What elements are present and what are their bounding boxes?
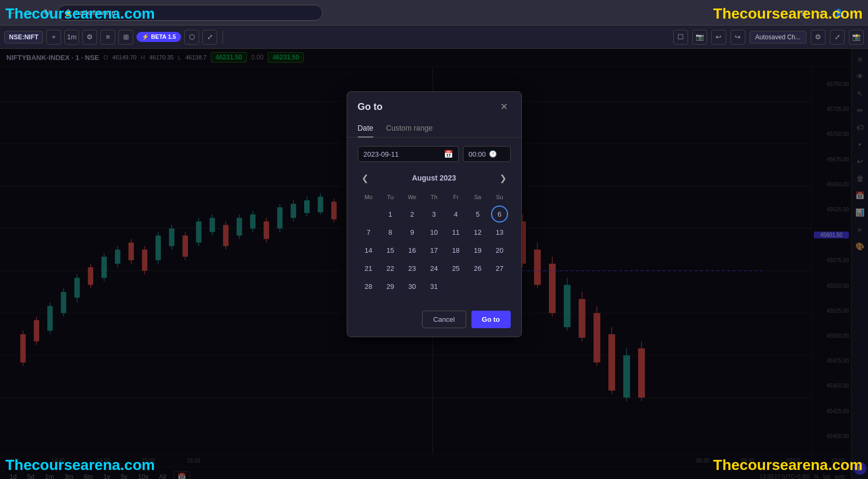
toolbar-right: ☐ 📷 ↩ ↪ Autosaved Ch... ⚙ ⤢ 📸 [673, 30, 864, 45]
cal-day-16[interactable]: 16 [403, 242, 420, 259]
cal-day-11[interactable]: 11 [448, 224, 465, 241]
camera-button[interactable]: 📸 [849, 30, 864, 45]
calendar-week-4: 21 22 23 24 25 26 27 [358, 260, 511, 277]
cal-day-1[interactable]: 1 [382, 206, 399, 223]
cal-day-2[interactable]: 2 [403, 206, 420, 223]
cal-day-6[interactable]: 6 [491, 206, 508, 223]
cal-day-9[interactable]: 9 [403, 224, 420, 241]
undo-button[interactable]: ↩ [711, 30, 726, 45]
day-tu: Tu [380, 192, 401, 202]
cal-day-28[interactable]: 28 [360, 278, 377, 295]
add-symbol-button[interactable]: + [46, 30, 61, 45]
dialog-footer: Cancel Go to [347, 304, 521, 337]
cal-day-20[interactable]: 20 [491, 242, 508, 259]
day-sa: Sa [467, 192, 488, 202]
day-we: We [401, 192, 423, 202]
cal-day-10[interactable]: 10 [425, 224, 442, 241]
tab-custom-range[interactable]: Custom range [386, 119, 433, 138]
cal-day-15[interactable]: 15 [382, 242, 399, 259]
cal-day-12[interactable]: 12 [469, 224, 486, 241]
calendar-week-3: 14 15 16 17 18 19 20 [358, 242, 511, 259]
dialog-header: Go to ✕ [347, 92, 521, 119]
cal-day-8[interactable]: 8 [382, 224, 399, 241]
day-th: Th [423, 192, 445, 202]
goto-dialog: Go to ✕ Date Custom range 2023-09-11 � [347, 91, 522, 337]
refresh-button[interactable]: ↻ [40, 6, 53, 19]
next-month-button[interactable]: ❯ [496, 170, 511, 185]
beta-badge[interactable]: ⚡ BETA 1.5 [136, 32, 181, 42]
cal-day-22[interactable]: 22 [382, 260, 399, 277]
calendar-month-year: August 2023 [412, 174, 456, 182]
ticker-badge[interactable]: NSE:NIFT [4, 31, 43, 44]
cal-day-18[interactable]: 18 [448, 242, 465, 259]
cal-day-17[interactable]: 17 [425, 242, 442, 259]
dialog-title: Go to [358, 101, 383, 113]
cal-day-14[interactable]: 14 [360, 242, 377, 259]
cancel-button[interactable]: Cancel [422, 311, 466, 328]
profile-button[interactable]: 👤 [832, 6, 845, 19]
settings-button[interactable]: ⚙ [811, 30, 826, 45]
main-area: NIFTYBANK-INDEX · 1 · NSE O 46149.70 H 4… [0, 49, 868, 479]
compare-button[interactable]: ≡ [100, 30, 115, 45]
dialog-body: 2023-09-11 📅 00:00 🕐 ❮ August 2023 ❯ [347, 138, 521, 304]
autosave-button[interactable]: Autosaved Ch... [750, 31, 806, 44]
trading-toolbar: NSE:NIFT + 1m ⚙ ≡ ⊞ ⚡ BETA 1.5 ⬡ ⤢ ☐ 📷 ↩… [0, 25, 868, 49]
extra-button[interactable]: ⬡ [184, 30, 199, 45]
indicators-button[interactable]: ⚙ [82, 30, 97, 45]
day-fr: Fr [445, 192, 467, 202]
cal-empty-end-2 [469, 278, 486, 295]
goto-button[interactable]: Go to [471, 311, 511, 328]
chart-type-button[interactable]: ☐ [673, 30, 688, 45]
cal-day-25[interactable]: 25 [448, 260, 465, 277]
redo-button[interactable]: ↪ [731, 30, 745, 45]
templates-button[interactable]: ⊞ [118, 30, 133, 45]
cal-day-13[interactable]: 13 [491, 224, 508, 241]
cal-day-26[interactable]: 26 [469, 260, 486, 277]
calendar-icon: 📅 [444, 150, 453, 158]
url-text: trade.fyers.in [75, 8, 115, 16]
browser-actions: ⊞ ☆ 👤 ⋮ [798, 6, 862, 19]
cal-day-27[interactable]: 27 [491, 260, 508, 277]
time-value: 00:00 [469, 150, 486, 158]
dialog-close-button[interactable]: ✕ [498, 100, 511, 113]
tab-date[interactable]: Date [358, 119, 374, 138]
url-bar[interactable]: 🔒 trade.fyers.in [57, 5, 323, 21]
cal-day-5[interactable]: 5 [469, 206, 486, 223]
cal-day-21[interactable]: 21 [360, 260, 377, 277]
calendar-grid: Mo Tu We Th Fr Sa Su 1 2 3 4 [358, 192, 511, 295]
back-button[interactable]: ← [6, 6, 19, 19]
cal-day-7[interactable]: 7 [360, 224, 377, 241]
cal-day-19[interactable]: 19 [469, 242, 486, 259]
day-mo: Mo [358, 192, 380, 202]
cal-day-29[interactable]: 29 [382, 278, 399, 295]
menu-button[interactable]: ⋮ [849, 6, 862, 19]
cal-day-31[interactable]: 31 [425, 278, 442, 295]
time-input[interactable]: 00:00 🕐 [463, 146, 511, 162]
day-su: Su [488, 192, 510, 202]
cal-day-3[interactable]: 3 [425, 206, 442, 223]
calendar-header: ❮ August 2023 ❯ [358, 170, 511, 185]
cal-day-4[interactable]: 4 [448, 206, 465, 223]
dialog-tabs: Date Custom range [347, 119, 521, 138]
bookmark-button[interactable]: ☆ [815, 6, 828, 19]
date-input[interactable]: 2023-09-11 📅 [358, 146, 459, 162]
cal-day-23[interactable]: 23 [403, 260, 420, 277]
prev-month-button[interactable]: ❮ [358, 170, 373, 185]
calendar-day-headers: Mo Tu We Th Fr Sa Su [358, 192, 511, 202]
calendar-week-2: 7 8 9 10 11 12 13 [358, 224, 511, 241]
fullscreen-toggle[interactable]: ⤢ [202, 30, 217, 45]
screenshot-button[interactable]: 📷 [692, 30, 707, 45]
cal-empty-1 [360, 206, 377, 223]
cal-day-24[interactable]: 24 [425, 260, 442, 277]
forward-button[interactable]: → [23, 6, 36, 19]
cal-day-30[interactable]: 30 [403, 278, 420, 295]
modal-overlay: Go to ✕ Date Custom range 2023-09-11 � [0, 49, 868, 479]
toolbar-separator [222, 31, 223, 44]
maximize-button[interactable]: ⤢ [830, 30, 845, 45]
browser-chrome: ← → ↻ 🔒 trade.fyers.in ⊞ ☆ 👤 ⋮ [0, 0, 868, 25]
clock-icon: 🕐 [489, 150, 497, 158]
interval-label[interactable]: 1m [64, 30, 79, 45]
calendar-week-1: 1 2 3 4 5 6 [358, 206, 511, 223]
cal-empty-end-3 [491, 278, 508, 295]
extensions-button[interactable]: ⊞ [798, 6, 811, 19]
